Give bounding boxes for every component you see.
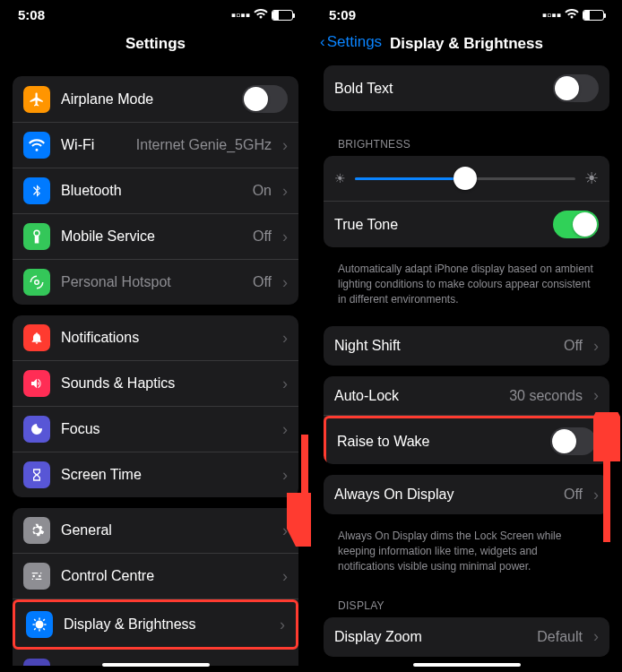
chevron-right-icon: › (282, 466, 288, 485)
row-label: General (61, 522, 272, 538)
chevron-left-icon: ‹ (320, 33, 325, 51)
row-label: Display & Brightness (64, 616, 269, 633)
display-zoom-row[interactable]: Display Zoom Default › (324, 617, 609, 657)
row-label: Wi-Fi (61, 137, 125, 153)
raise-to-wake-toggle[interactable] (550, 427, 596, 455)
signal-icon: ▪▫▪▪ (542, 7, 561, 22)
sun-small-icon: ☀︎ (334, 171, 346, 185)
row-label: Screen Time (61, 467, 272, 483)
chevron-right-icon: › (282, 567, 288, 586)
row-value: Internet Genie_5GHz (136, 137, 272, 153)
row-label: Airplane Mode (61, 91, 231, 108)
gear-icon (23, 517, 50, 544)
chevron-right-icon: › (593, 337, 599, 356)
chevron-right-icon: › (593, 386, 599, 405)
settings-row-screen-time[interactable]: Screen Time› (13, 452, 298, 497)
settings-row-general[interactable]: General› (13, 508, 298, 554)
sun-icon (26, 611, 53, 638)
row-value: Off (564, 487, 583, 503)
chevron-right-icon: › (282, 136, 288, 155)
always-on-row[interactable]: Always On Display Off › (324, 475, 609, 514)
row-label: Control Centre (61, 568, 272, 584)
row-value: Default (537, 629, 583, 645)
chevron-right-icon: › (593, 486, 599, 504)
settings-row-sounds-haptics[interactable]: Sounds & Haptics› (13, 361, 298, 407)
wifi-icon (254, 7, 268, 22)
status-bar: 5:08 ▪▫▪▪ 33 (0, 0, 311, 26)
settings-row-bluetooth[interactable]: BluetoothOn› (13, 168, 298, 214)
row-value: Off (253, 228, 272, 245)
row-label: Mobile Service (61, 228, 242, 245)
speaker-icon (23, 370, 50, 397)
settings-list[interactable]: Airplane ModeWi-FiInternet Genie_5GHz›Bl… (0, 65, 311, 666)
header: ‹ Settings Display & Brightness (311, 26, 622, 65)
settings-row-wi-fi[interactable]: Wi-FiInternet Genie_5GHz› (13, 123, 298, 168)
home-indicator[interactable] (102, 663, 210, 667)
settings-row-display-brightness[interactable]: Display & Brightness› (13, 599, 298, 650)
settings-row-personal-hotspot[interactable]: Personal HotspotOff› (13, 260, 298, 305)
page-title: Settings (125, 35, 186, 52)
sun-large-icon: ☀︎ (584, 168, 599, 188)
hourglass-icon (23, 461, 50, 488)
bell-icon (23, 324, 50, 351)
row-label: Bluetooth (61, 183, 242, 199)
grid-icon (23, 659, 50, 666)
auto-lock-row[interactable]: Auto-Lock 30 seconds › (324, 376, 609, 416)
switches-icon (23, 563, 50, 590)
antenna-icon (23, 223, 50, 250)
battery-icon: 33 (272, 10, 293, 21)
row-label: Notifications (61, 330, 272, 346)
row-label: Auto-Lock (334, 388, 498, 404)
bold-text-toggle[interactable] (553, 74, 599, 102)
row-label: Always On Display (334, 487, 553, 503)
settings-row-airplane-mode[interactable]: Airplane Mode (13, 76, 298, 123)
hotspot-icon (23, 269, 50, 296)
settings-row-control-centre[interactable]: Control Centre› (13, 554, 298, 599)
time: 5:09 (329, 7, 356, 22)
chevron-right-icon: › (282, 521, 288, 540)
settings-row-focus[interactable]: Focus› (13, 407, 298, 452)
wifi-icon (23, 132, 50, 159)
wifi-icon (565, 7, 579, 22)
always-on-desc: Always On Display dims the Lock Screen w… (311, 525, 622, 582)
brightness-slider[interactable] (355, 177, 575, 180)
chevron-right-icon: › (282, 182, 288, 201)
airplane-icon (23, 86, 50, 113)
bold-text-row[interactable]: Bold Text (324, 65, 609, 111)
true-tone-toggle[interactable] (553, 211, 599, 238)
raise-to-wake-row[interactable]: Raise to Wake (324, 416, 609, 464)
moon-icon (23, 416, 50, 443)
chevron-right-icon: › (282, 663, 288, 667)
brightness-header: BRIGHTNESS (311, 122, 622, 156)
toggle[interactable] (242, 85, 288, 113)
chevron-right-icon: › (282, 375, 288, 393)
row-label: Personal Hotspot (61, 274, 242, 290)
chevron-right-icon: › (282, 273, 288, 292)
true-tone-desc: Automatically adapt iPhone display based… (311, 258, 622, 315)
settings-row-mobile-service[interactable]: Mobile ServiceOff› (13, 214, 298, 260)
true-tone-row[interactable]: True Tone (324, 202, 609, 247)
chevron-right-icon: › (282, 420, 288, 439)
signal-icon: ▪▫▪▪ (231, 7, 250, 22)
row-label: True Tone (334, 217, 542, 233)
row-value: Off (564, 338, 583, 354)
home-indicator[interactable] (413, 663, 521, 667)
chevron-right-icon: › (282, 228, 288, 246)
settings-row-notifications[interactable]: Notifications› (13, 315, 298, 361)
back-button[interactable]: ‹ Settings (320, 33, 382, 51)
row-label: Focus (61, 421, 272, 437)
row-label: Raise to Wake (337, 434, 540, 450)
display-settings-list[interactable]: Bold Text BRIGHTNESS ☀︎ ☀︎ True Tone Aut… (311, 65, 622, 666)
night-shift-row[interactable]: Night Shift Off › (324, 326, 609, 366)
time: 5:08 (18, 7, 45, 22)
row-value: On (253, 183, 272, 199)
bluetooth-icon (23, 177, 50, 204)
slider-knob[interactable] (454, 167, 477, 190)
settings-screen: 5:08 ▪▫▪▪ 33 Settings Airplane ModeWi-Fi… (0, 0, 311, 672)
brightness-slider-row: ☀︎ ☀︎ (324, 156, 609, 202)
header: Settings (0, 26, 311, 65)
page-title: Display & Brightness (390, 35, 543, 52)
chevron-right-icon: › (282, 329, 288, 348)
row-value: 30 seconds (509, 388, 583, 404)
display-brightness-screen: 5:09 ▪▫▪▪ 33 ‹ Settings Display & Bright… (311, 0, 622, 672)
